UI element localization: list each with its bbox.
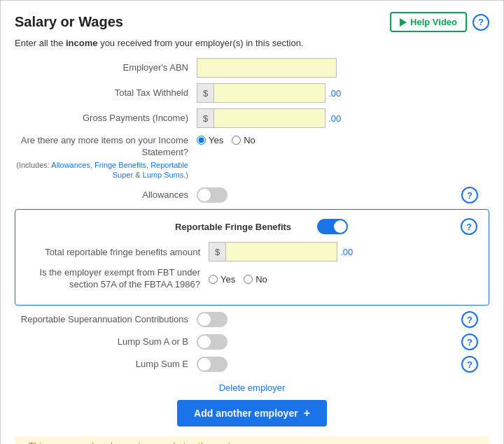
fringe-toggle[interactable] (317, 219, 348, 234)
lump-sum-e-help: ? (454, 356, 489, 373)
fringe-benefits-box: Reportable Fringe Benefits ? Total repor… (15, 209, 489, 306)
total-tax-input-group: $ .00 (197, 83, 341, 103)
allowances-label: Allowances (15, 189, 197, 201)
total-tax-label: Total Tax Withheld (15, 87, 197, 99)
add-employer-button[interactable]: Add another employer + (177, 400, 327, 427)
fringe-slider (317, 219, 348, 234)
fringe-toggle-container (310, 219, 455, 234)
lump-sum-ab-toggle[interactable] (197, 334, 227, 350)
allowances-slider (197, 187, 227, 203)
total-fringe-input[interactable] (225, 242, 337, 262)
more-items-no-text: No (244, 135, 255, 145)
allowances-toggle-container (197, 187, 227, 203)
more-items-label: Are there any more items on your Income … (15, 134, 197, 180)
employer-abn-input[interactable] (197, 58, 337, 78)
reportable-super-label: Reportable Superannuation Contributions (15, 314, 197, 326)
fbt-yes-label[interactable]: Yes (209, 274, 235, 285)
total-fringe-suffix: .00 (340, 247, 353, 257)
allowances-content: Allowances (15, 187, 454, 203)
reportable-super-slider (197, 312, 227, 327)
allowances-help: ? (454, 187, 489, 203)
lump-sum-ab-row: Lump Sum A or B ? (15, 334, 489, 350)
lump-sum-ab-content: Lump Sum A or B (15, 334, 454, 350)
total-tax-input[interactable] (214, 83, 326, 103)
lump-sum-e-label: Lump Sum E (15, 359, 197, 371)
lump-sum-e-content: Lump Sum E (15, 357, 454, 372)
more-items-no-radio[interactable] (232, 136, 241, 145)
lump-sum-e-row: Lump Sum E ? (15, 356, 489, 373)
employer-abn-row: Employer's ABN (15, 58, 489, 78)
gross-payments-suffix: .00 (328, 113, 341, 124)
reportable-super-toggle[interactable] (197, 312, 227, 327)
more-items-no-label[interactable]: No (232, 135, 255, 145)
gross-payments-dollar: $ (197, 108, 214, 128)
total-fringe-dollar: $ (209, 242, 225, 262)
allowances-toggle[interactable] (197, 187, 227, 203)
lump-sum-ab-help: ? (454, 334, 489, 350)
more-items-yes-radio[interactable] (197, 136, 206, 145)
more-items-sub: (Includes: Allowances, Fringe Benefits, … (15, 160, 188, 180)
lump-sum-e-toggle[interactable] (197, 357, 227, 372)
only-salary-row: This was my only salary or income during… (15, 436, 489, 444)
total-fringe-input-group: $ .00 (209, 242, 353, 262)
allowances-row: Allowances ? (15, 187, 489, 203)
fbt-exempt-radio-group: Yes No (209, 274, 267, 285)
more-items-row: Are there any more items on your Income … (15, 134, 489, 180)
gross-payments-input-group: $ .00 (197, 108, 341, 128)
reportable-super-help-circle[interactable]: ? (461, 311, 478, 328)
fbt-no-radio[interactable] (244, 275, 253, 284)
delete-employer-section: Delete employer (15, 382, 489, 393)
more-items-yes-label[interactable]: Yes (197, 135, 223, 145)
only-salary-label: This was my only salary or income during… (15, 441, 253, 444)
lump-sum-e-slider (197, 357, 227, 372)
delete-employer-link[interactable]: Delete employer (219, 382, 286, 393)
gross-payments-row: Gross Payments (Income) $ .00 (15, 108, 489, 128)
reportable-super-content: Reportable Superannuation Contributions (15, 312, 454, 327)
fbt-no-label[interactable]: No (244, 274, 267, 285)
header-buttons: Help Video ? (390, 12, 489, 32)
gross-payments-input[interactable] (214, 108, 326, 128)
total-tax-dollar: $ (197, 83, 214, 103)
lump-sum-ab-label: Lump Sum A or B (15, 336, 197, 348)
lump-sum-ab-slider (197, 334, 227, 350)
fbt-exempt-label: Is the employer exempt from FBT under se… (27, 267, 209, 291)
fbt-yes-radio[interactable] (209, 275, 218, 284)
help-circle-button[interactable]: ? (472, 14, 489, 31)
more-items-radio-group: Yes No (197, 134, 255, 145)
total-tax-suffix: .00 (328, 88, 341, 99)
description-bold: income (66, 38, 98, 48)
fringe-header: Reportable Fringe Benefits ? (27, 218, 477, 235)
add-employer-plus: + (304, 407, 310, 420)
more-items-yes-text: Yes (209, 135, 223, 145)
allowances-help-circle[interactable]: ? (461, 187, 478, 203)
header-row: Salary or Wages Help Video ? (15, 12, 489, 32)
help-video-label: Help Video (410, 17, 457, 27)
fringe-title: Reportable Fringe Benefits (164, 222, 302, 232)
section-description: Enter all the income you received from y… (15, 38, 489, 48)
add-employer-section: Add another employer + (15, 400, 489, 427)
fbt-exempt-row: Is the employer exempt from FBT under se… (27, 267, 477, 291)
lump-sum-e-help-circle[interactable]: ? (461, 356, 478, 373)
page-container: Salary or Wages Help Video ? Enter all t… (0, 0, 504, 444)
fbt-yes-text: Yes (220, 274, 235, 285)
help-circle-label: ? (478, 17, 484, 27)
total-tax-row: Total Tax Withheld $ .00 (15, 83, 489, 103)
help-video-button[interactable]: Help Video (390, 12, 467, 32)
employer-abn-label: Employer's ABN (15, 62, 197, 74)
fbt-no-text: No (255, 274, 267, 285)
add-employer-label: Add another employer (194, 408, 298, 419)
fringe-help-circle[interactable]: ? (461, 218, 477, 235)
total-fringe-label: Total reportable fringe benefits amount (27, 247, 209, 257)
gross-payments-label: Gross Payments (Income) (15, 113, 197, 124)
page-title: Salary or Wages (15, 14, 123, 30)
play-icon (400, 18, 407, 27)
lump-sum-ab-help-circle[interactable]: ? (461, 334, 478, 350)
reportable-super-help: ? (454, 311, 489, 328)
reportable-super-row: Reportable Superannuation Contributions … (15, 311, 489, 328)
total-fringe-row: Total reportable fringe benefits amount … (27, 242, 477, 262)
